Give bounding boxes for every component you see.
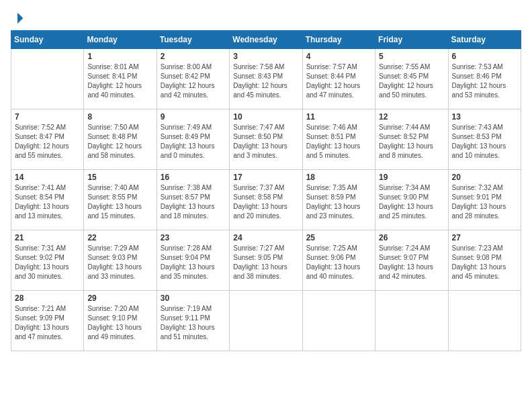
calendar-cell: 8Sunrise: 7:50 AMSunset: 8:48 PMDaylight… <box>84 109 157 170</box>
calendar-cell <box>375 291 448 351</box>
calendar-cell: 14Sunrise: 7:41 AMSunset: 8:54 PMDayligh… <box>11 170 84 230</box>
calendar-cell: 16Sunrise: 7:38 AMSunset: 8:57 PMDayligh… <box>157 170 229 230</box>
calendar-cell: 3Sunrise: 7:58 AMSunset: 8:43 PMDaylight… <box>230 49 302 109</box>
day-info: Sunrise: 7:25 AMSunset: 9:06 PMDaylight:… <box>306 244 371 281</box>
day-info: Sunrise: 7:43 AMSunset: 8:53 PMDaylight:… <box>452 123 517 161</box>
weekday-header-thursday: Thursday <box>302 31 375 49</box>
day-number: 20 <box>452 173 517 182</box>
weekday-header-row: SundayMondayTuesdayWednesdayThursdayFrid… <box>11 31 521 49</box>
day-info: Sunrise: 7:27 AMSunset: 9:05 PMDaylight:… <box>233 244 298 281</box>
calendar-cell: 13Sunrise: 7:43 AMSunset: 8:53 PMDayligh… <box>448 109 521 170</box>
calendar-cell <box>448 291 521 351</box>
day-number: 22 <box>87 233 152 242</box>
header <box>11 11 521 25</box>
week-row-2: 7Sunrise: 7:52 AMSunset: 8:47 PMDaylight… <box>11 109 521 170</box>
day-info: Sunrise: 7:20 AMSunset: 9:10 PMDaylight:… <box>87 304 152 342</box>
day-number: 16 <box>161 173 226 182</box>
calendar-cell: 17Sunrise: 7:37 AMSunset: 8:58 PMDayligh… <box>230 170 302 230</box>
day-number: 10 <box>233 112 298 122</box>
day-info: Sunrise: 7:38 AMSunset: 8:57 PMDaylight:… <box>161 183 226 221</box>
day-number: 23 <box>161 233 226 242</box>
day-number: 6 <box>452 52 517 61</box>
weekday-header-wednesday: Wednesday <box>230 31 302 49</box>
calendar-cell: 22Sunrise: 7:29 AMSunset: 9:03 PMDayligh… <box>84 230 157 291</box>
calendar-cell: 4Sunrise: 7:57 AMSunset: 8:44 PMDaylight… <box>302 49 375 109</box>
day-info: Sunrise: 7:40 AMSunset: 8:55 PMDaylight:… <box>87 183 152 221</box>
logo <box>11 11 27 25</box>
day-info: Sunrise: 7:44 AMSunset: 8:52 PMDaylight:… <box>379 123 444 161</box>
day-number: 18 <box>306 173 371 182</box>
day-info: Sunrise: 7:55 AMSunset: 8:45 PMDaylight:… <box>379 62 444 100</box>
day-number: 13 <box>452 112 517 122</box>
calendar-cell: 5Sunrise: 7:55 AMSunset: 8:45 PMDaylight… <box>375 49 448 109</box>
day-number: 28 <box>15 293 80 303</box>
calendar-cell: 15Sunrise: 7:40 AMSunset: 8:55 PMDayligh… <box>84 170 157 230</box>
calendar-cell: 27Sunrise: 7:23 AMSunset: 9:08 PMDayligh… <box>448 230 521 291</box>
day-info: Sunrise: 7:58 AMSunset: 8:43 PMDaylight:… <box>233 62 298 100</box>
day-info: Sunrise: 7:29 AMSunset: 9:03 PMDaylight:… <box>87 244 152 281</box>
calendar-cell: 7Sunrise: 7:52 AMSunset: 8:47 PMDaylight… <box>11 109 84 170</box>
day-info: Sunrise: 7:34 AMSunset: 9:00 PMDaylight:… <box>379 183 444 221</box>
day-info: Sunrise: 7:50 AMSunset: 8:48 PMDaylight:… <box>87 123 152 161</box>
day-info: Sunrise: 7:32 AMSunset: 9:01 PMDaylight:… <box>452 183 517 221</box>
calendar-cell: 6Sunrise: 7:53 AMSunset: 8:46 PMDaylight… <box>448 49 521 109</box>
calendar-cell: 20Sunrise: 7:32 AMSunset: 9:01 PMDayligh… <box>448 170 521 230</box>
day-info: Sunrise: 7:21 AMSunset: 9:09 PMDaylight:… <box>15 304 80 342</box>
day-info: Sunrise: 7:35 AMSunset: 8:59 PMDaylight:… <box>306 183 371 221</box>
weekday-header-sunday: Sunday <box>11 31 84 49</box>
calendar-cell: 29Sunrise: 7:20 AMSunset: 9:10 PMDayligh… <box>84 291 157 351</box>
day-number: 29 <box>87 293 152 303</box>
day-info: Sunrise: 7:57 AMSunset: 8:44 PMDaylight:… <box>306 62 371 100</box>
day-info: Sunrise: 7:28 AMSunset: 9:04 PMDaylight:… <box>161 244 226 281</box>
day-number: 11 <box>306 112 371 122</box>
week-row-4: 21Sunrise: 7:31 AMSunset: 9:02 PMDayligh… <box>11 230 521 291</box>
day-info: Sunrise: 7:37 AMSunset: 8:58 PMDaylight:… <box>233 183 298 221</box>
calendar-cell <box>11 49 84 109</box>
calendar-cell: 18Sunrise: 7:35 AMSunset: 8:59 PMDayligh… <box>302 170 375 230</box>
calendar-cell: 1Sunrise: 8:01 AMSunset: 8:41 PMDaylight… <box>84 49 157 109</box>
svg-marker-0 <box>17 12 23 24</box>
day-number: 2 <box>161 52 226 61</box>
day-info: Sunrise: 7:52 AMSunset: 8:47 PMDaylight:… <box>15 123 80 161</box>
weekday-header-friday: Friday <box>375 31 448 49</box>
week-row-1: 1Sunrise: 8:01 AMSunset: 8:41 PMDaylight… <box>11 49 521 109</box>
day-number: 26 <box>379 233 444 242</box>
day-number: 12 <box>379 112 444 122</box>
week-row-3: 14Sunrise: 7:41 AMSunset: 8:54 PMDayligh… <box>11 170 521 230</box>
day-info: Sunrise: 8:01 AMSunset: 8:41 PMDaylight:… <box>87 62 152 100</box>
calendar-cell: 2Sunrise: 8:00 AMSunset: 8:42 PMDaylight… <box>157 49 229 109</box>
day-number: 1 <box>87 52 152 61</box>
calendar-table: SundayMondayTuesdayWednesdayThursdayFrid… <box>11 30 521 351</box>
weekday-header-tuesday: Tuesday <box>157 31 229 49</box>
calendar-cell: 19Sunrise: 7:34 AMSunset: 9:00 PMDayligh… <box>375 170 448 230</box>
day-info: Sunrise: 7:47 AMSunset: 8:50 PMDaylight:… <box>233 123 298 161</box>
day-number: 8 <box>87 112 152 122</box>
calendar-cell: 11Sunrise: 7:46 AMSunset: 8:51 PMDayligh… <box>302 109 375 170</box>
calendar-cell: 21Sunrise: 7:31 AMSunset: 9:02 PMDayligh… <box>11 230 84 291</box>
day-number: 14 <box>15 173 80 182</box>
day-number: 27 <box>452 233 517 242</box>
day-info: Sunrise: 7:41 AMSunset: 8:54 PMDaylight:… <box>15 183 80 221</box>
calendar-cell: 24Sunrise: 7:27 AMSunset: 9:05 PMDayligh… <box>230 230 302 291</box>
weekday-header-monday: Monday <box>84 31 157 49</box>
calendar-cell: 25Sunrise: 7:25 AMSunset: 9:06 PMDayligh… <box>302 230 375 291</box>
day-number: 5 <box>379 52 444 61</box>
day-number: 7 <box>15 112 80 122</box>
day-number: 30 <box>161 293 226 303</box>
day-info: Sunrise: 7:24 AMSunset: 9:07 PMDaylight:… <box>379 244 444 281</box>
weekday-header-saturday: Saturday <box>448 31 521 49</box>
day-info: Sunrise: 7:49 AMSunset: 8:49 PMDaylight:… <box>161 123 226 161</box>
day-info: Sunrise: 7:23 AMSunset: 9:08 PMDaylight:… <box>452 244 517 281</box>
day-info: Sunrise: 7:46 AMSunset: 8:51 PMDaylight:… <box>306 123 371 161</box>
day-number: 21 <box>15 233 80 242</box>
day-info: Sunrise: 8:00 AMSunset: 8:42 PMDaylight:… <box>161 62 226 100</box>
logo-icon <box>11 11 24 25</box>
day-number: 15 <box>87 173 152 182</box>
day-number: 4 <box>306 52 371 61</box>
calendar-cell: 23Sunrise: 7:28 AMSunset: 9:04 PMDayligh… <box>157 230 229 291</box>
day-number: 9 <box>161 112 226 122</box>
day-number: 25 <box>306 233 371 242</box>
day-info: Sunrise: 7:53 AMSunset: 8:46 PMDaylight:… <box>452 62 517 100</box>
day-info: Sunrise: 7:19 AMSunset: 9:11 PMDaylight:… <box>161 304 226 342</box>
day-number: 24 <box>233 233 298 242</box>
